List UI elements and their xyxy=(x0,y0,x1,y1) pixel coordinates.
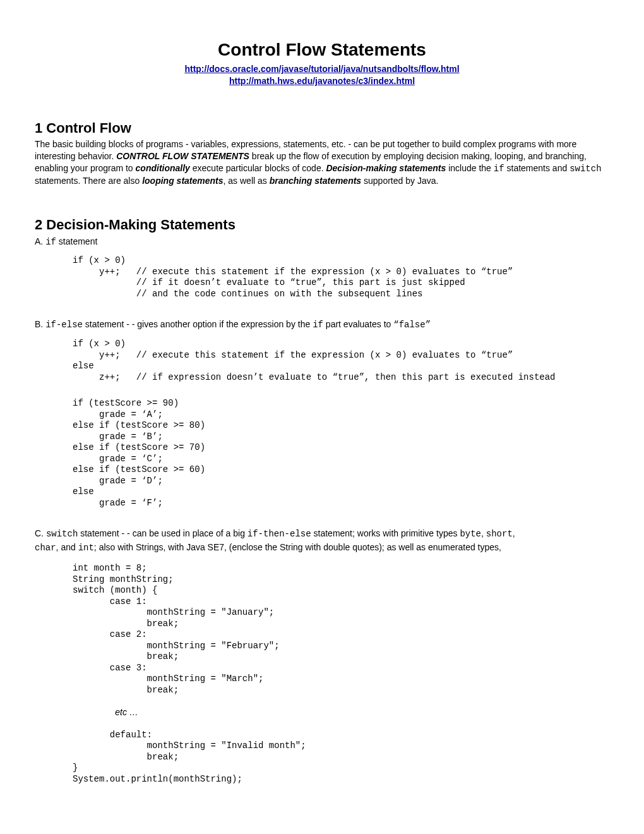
s1-dms: Decision-making statements xyxy=(326,163,446,173)
code-if: if (x > 0) y++; // execute this statemen… xyxy=(73,255,609,299)
label-a-code: if xyxy=(45,237,56,247)
s1-branch: branching statements xyxy=(270,176,361,186)
link-oracle[interactable]: http://docs.oracle.com/javase/tutorial/j… xyxy=(184,64,459,74)
s1-text: , as well as xyxy=(224,176,270,186)
s1-loop: looping statements xyxy=(142,176,223,186)
header-links: http://docs.oracle.com/javase/tutorial/j… xyxy=(35,63,609,87)
label-c-char: char xyxy=(35,543,56,553)
label-b-mid: statement - - gives another option if th… xyxy=(83,319,313,329)
label-c-code1: switch xyxy=(46,529,78,539)
label-a-post: statement xyxy=(56,236,97,246)
page-title: Control Flow Statements xyxy=(35,38,609,62)
link-hws[interactable]: http://math.hws.edu/javanotes/c3/index.h… xyxy=(229,76,415,86)
code-if-else: if (x > 0) y++; // execute this statemen… xyxy=(73,339,609,383)
label-c-comma2: , xyxy=(513,528,515,538)
code-switch: int month = 8; String monthString; switc… xyxy=(73,563,609,785)
label-c-comma1: , xyxy=(481,528,486,538)
section-1-paragraph: The basic building blocks of programs - … xyxy=(35,138,609,187)
s1-switch-code: switch xyxy=(569,164,601,174)
s1-text: supported by Java. xyxy=(361,176,438,186)
label-b-false: “false” xyxy=(393,320,431,330)
s1-if-code: if xyxy=(494,164,504,174)
label-c-int: int xyxy=(78,543,94,553)
s1-cfs: CONTROL FLOW STATEMENTS xyxy=(116,151,249,161)
s1-text: statements. There are also xyxy=(35,176,142,186)
label-b-pre: B. xyxy=(35,319,45,329)
label-c-p1: statement - - can be used in place of a … xyxy=(78,528,247,538)
label-c-rest: ; also with Strings, with Java SE7, (enc… xyxy=(94,542,501,552)
label-b-post: part evaluates to xyxy=(323,319,393,329)
label-c-code2: if-then-else xyxy=(247,529,311,539)
label-b-code2: if xyxy=(313,320,323,330)
item-c-label: C. switch statement - - can be used in p… xyxy=(35,528,609,540)
label-c-pre: C. xyxy=(35,528,46,538)
item-b-label: B. if-else statement - - gives another o… xyxy=(35,318,609,331)
code-switch-a: int month = 8; String monthString; switc… xyxy=(73,563,280,695)
s1-text: statements and xyxy=(504,163,570,173)
label-b-code1: if-else xyxy=(45,320,83,330)
label-c-byte: byte xyxy=(460,529,481,539)
label-c-short: short xyxy=(486,529,513,539)
item-c-line2: char, and int; also with Strings, with J… xyxy=(35,541,609,554)
s1-text: include the xyxy=(446,163,494,173)
s1-text: execute particular blocks of code. xyxy=(190,163,326,173)
s1-cond: conditionally xyxy=(136,163,190,173)
label-a-pre: A. xyxy=(35,236,45,246)
code-switch-b: default: monthString = "Invalid month"; … xyxy=(73,730,306,784)
code-grade: if (testScore >= 90) grade = ‘A’; else i… xyxy=(73,398,609,509)
section-2-heading: 2 Decision-Making Statements xyxy=(35,215,609,234)
section-1-heading: 1 Control Flow xyxy=(35,119,609,138)
code-switch-etc: etc … xyxy=(115,707,138,717)
label-c-p2: statement; works with primitive types xyxy=(311,528,460,538)
item-a-label: A. if statement xyxy=(35,236,609,248)
label-c-and: , and xyxy=(56,542,78,552)
